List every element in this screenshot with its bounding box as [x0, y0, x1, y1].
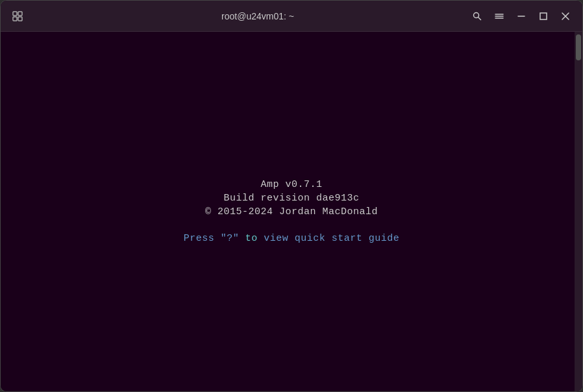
guide-line: Press "?" to view quick start guide — [184, 233, 400, 244]
scrollbar[interactable] — [575, 32, 582, 391]
title-text: root@u24vm01: ~ — [221, 11, 294, 21]
svg-rect-1 — [18, 12, 22, 16]
app-icon — [8, 7, 27, 25]
guide-to: to — [245, 233, 258, 244]
svg-rect-2 — [13, 17, 17, 21]
app-version-line: Amp v0.7.1 — [260, 179, 322, 190]
guide-prefix: Press "?" — [184, 233, 245, 244]
svg-line-5 — [478, 17, 481, 19]
titlebar-left — [8, 7, 47, 25]
titlebar: root@u24vm01: ~ — [1, 1, 582, 32]
maximize-button[interactable] — [534, 7, 552, 25]
svg-rect-3 — [18, 17, 22, 21]
window-controls — [468, 7, 575, 25]
terminal-window: root@u24vm01: ~ — [0, 0, 583, 392]
build-revision-line: Build revision dae913c — [223, 193, 359, 204]
window-title: root@u24vm01: ~ — [47, 11, 468, 21]
copyright-line: © 2015-2024 Jordan MacDonald — [205, 206, 378, 217]
minimize-button[interactable] — [512, 7, 530, 25]
search-button[interactable] — [468, 7, 486, 25]
terminal-body[interactable]: Amp v0.7.1 Build revision dae913c © 2015… — [1, 32, 582, 391]
menu-button[interactable] — [490, 7, 508, 25]
svg-rect-0 — [13, 12, 17, 16]
terminal-content: Amp v0.7.1 Build revision dae913c © 2015… — [184, 179, 400, 244]
close-button[interactable] — [556, 7, 575, 25]
svg-rect-10 — [540, 13, 547, 19]
guide-suffix: view quick start guide — [258, 233, 400, 244]
scrollbar-thumb[interactable] — [576, 34, 581, 60]
